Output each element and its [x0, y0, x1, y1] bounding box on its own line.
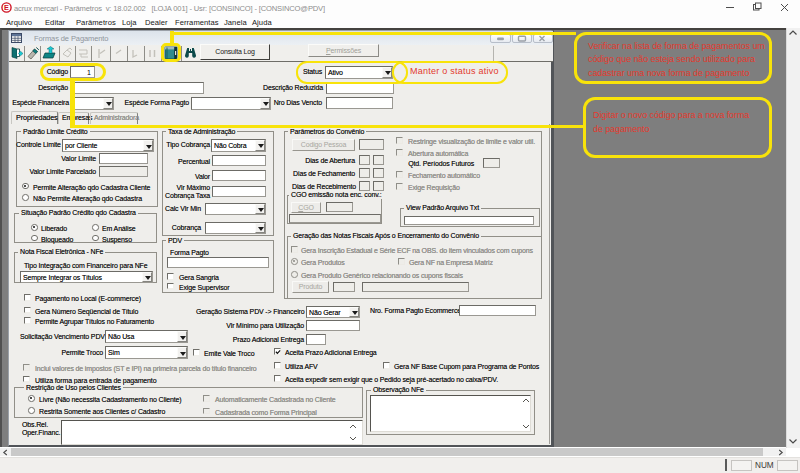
- svg-text:E: E: [4, 3, 9, 12]
